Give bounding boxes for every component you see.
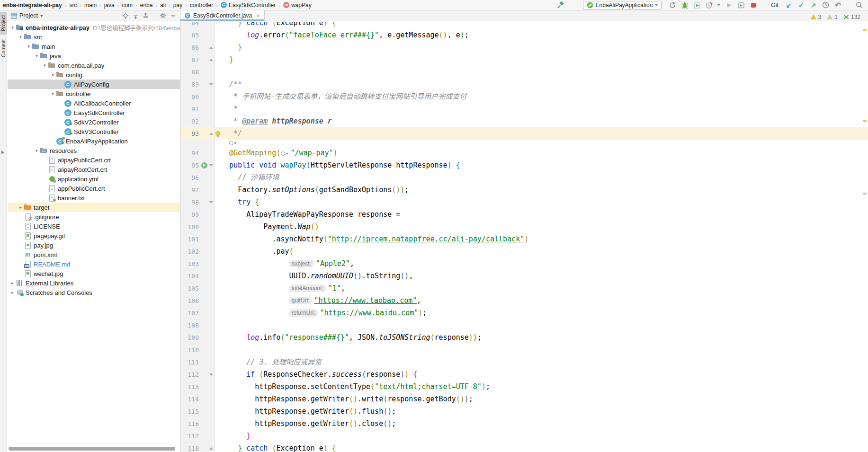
tree-chevron-icon[interactable]: ▾ bbox=[42, 63, 48, 68]
profiler-dropdown-icon[interactable] bbox=[717, 4, 720, 8]
scrollbar-warning-mark[interactable] bbox=[863, 120, 867, 122]
intention-bulb-icon[interactable] bbox=[215, 131, 220, 136]
run-coverage-icon[interactable] bbox=[693, 1, 701, 9]
fold-marker-icon[interactable] bbox=[209, 46, 213, 49]
code-text[interactable]: * bbox=[215, 103, 868, 115]
breadcrumb-item-controller[interactable]: controller bbox=[189, 2, 214, 9]
search-everywhere-icon[interactable] bbox=[855, 1, 863, 9]
tree-item-AliPayConfig[interactable]: CAliPayConfig bbox=[8, 80, 180, 89]
tree-item-External Libraries[interactable]: ▸External Libraries bbox=[8, 278, 180, 288]
code-text[interactable]: httpResponse.getWriter().write(response.… bbox=[215, 393, 868, 405]
tree-item-appPublicCert.crt[interactable]: appPublicCert.crt bbox=[8, 184, 180, 193]
code-text[interactable]: /** bbox=[215, 78, 868, 90]
code-text[interactable]: totalAmount:"1", bbox=[215, 282, 868, 294]
endpoint-run-gutter-icon[interactable] bbox=[201, 162, 207, 168]
tree-chevron-icon[interactable]: ▾ bbox=[18, 35, 24, 39]
breadcrumb-item-main[interactable]: main bbox=[83, 2, 98, 9]
run-config-select[interactable]: EnbaAliPayApplication bbox=[583, 1, 662, 9]
code-text[interactable]: * 手机网站-生成交易表单，渲染后自动跳转支付宝网站引导用户完成支付 bbox=[215, 90, 868, 103]
stripe-bookmark-icon[interactable] bbox=[1, 151, 4, 154]
tree-item-LICENSE[interactable]: LICENSE bbox=[8, 222, 180, 231]
breadcrumb-item-src[interactable]: src bbox=[68, 2, 78, 9]
code-text[interactable]: subject:"Apple2", bbox=[215, 257, 868, 270]
code-text[interactable]: UUID.randomUUID().toString(), bbox=[215, 270, 868, 282]
stripe-item-commit[interactable]: Commit bbox=[0, 36, 7, 61]
tree-item-pom.xml[interactable]: mpom.xml bbox=[8, 250, 180, 259]
breadcrumb-item-pay[interactable]: pay bbox=[172, 2, 183, 9]
tree-chevron-icon[interactable]: ▾ bbox=[9, 25, 16, 30]
breadcrumb-item-enba[interactable]: enba bbox=[139, 2, 154, 9]
tree-item-EnbaAliPayApplication[interactable]: CEnbaAliPayApplication bbox=[8, 136, 180, 146]
tree-item-com.enba.ali.pay[interactable]: ▾com.enba.ali.pay bbox=[8, 61, 180, 70]
code-text[interactable]: log.error("faceToFace err###{}", e.getMe… bbox=[215, 29, 868, 41]
code-text[interactable]: httpResponse.getWriter().flush(); bbox=[215, 405, 868, 417]
fold-marker-icon[interactable] bbox=[209, 83, 213, 86]
tree-item-src[interactable]: ▾src bbox=[8, 32, 180, 42]
code-text[interactable]: } bbox=[215, 430, 868, 442]
stripe-item-project[interactable]: Project bbox=[0, 12, 7, 35]
hide-panel-icon[interactable] bbox=[169, 12, 177, 19]
tree-chevron-icon[interactable]: ▸ bbox=[18, 205, 24, 210]
tree-item-SdkV2Controller[interactable]: CSdkV2Controller bbox=[8, 117, 180, 127]
code-text[interactable]: AlipayTradeWapPayResponse response = bbox=[215, 208, 868, 221]
project-title-chevron-icon[interactable] bbox=[40, 15, 43, 18]
tree-item-.gitignore[interactable]: .gitignore bbox=[8, 212, 180, 222]
code-text[interactable]: try { bbox=[215, 196, 868, 208]
code-text[interactable]: @GetMapping("/wap-pay") bbox=[215, 147, 868, 159]
build-hammer-icon[interactable] bbox=[556, 1, 564, 9]
code-text[interactable]: // 3. 处理响应或异常 bbox=[215, 356, 868, 368]
rerun-icon[interactable] bbox=[668, 1, 676, 9]
tree-item-pagepay.gif[interactable]: pagepay.gif bbox=[8, 231, 180, 240]
project-panel-title[interactable]: Project bbox=[19, 12, 38, 19]
tree-item-config[interactable]: ▾config bbox=[8, 70, 180, 80]
settings-gear-icon[interactable] bbox=[159, 12, 167, 19]
play-disabled-icon[interactable] bbox=[725, 1, 733, 9]
fold-marker-icon[interactable] bbox=[209, 447, 213, 450]
tree-chevron-icon[interactable]: ▾ bbox=[50, 91, 56, 96]
code-text[interactable]: public void wapPay(HttpServletResponse h… bbox=[215, 159, 868, 171]
close-tab-icon[interactable]: × bbox=[256, 12, 260, 19]
breadcrumb-item-java[interactable]: java bbox=[103, 2, 116, 9]
code-text[interactable]: httpResponse.getWriter().close(); bbox=[215, 417, 868, 430]
tree-chevron-icon[interactable]: ▸ bbox=[9, 290, 16, 295]
code-text[interactable]: * @param httpResponse r bbox=[215, 115, 868, 127]
breadcrumb-item-wapPay[interactable]: mwapPay bbox=[282, 2, 313, 9]
url-inlay-icon[interactable] bbox=[281, 151, 288, 156]
tree-chevron-icon[interactable]: ▾ bbox=[34, 148, 40, 153]
git-commit-icon[interactable]: ✓ bbox=[797, 1, 805, 9]
code-text[interactable] bbox=[215, 66, 868, 78]
git-update-icon[interactable]: ↙ bbox=[785, 1, 793, 9]
code-text[interactable]: } bbox=[215, 41, 868, 53]
tree-item-SdkV3Controller[interactable]: CSdkV3Controller bbox=[8, 127, 180, 136]
code-text[interactable]: returnUrl:"https://www.baidu.com"); bbox=[215, 307, 868, 319]
tree-item-Scratches and Consoles[interactable]: ▸Scratches and Consoles bbox=[8, 288, 180, 297]
code-text[interactable]: } bbox=[215, 53, 868, 66]
tree-chevron-icon[interactable]: ▸ bbox=[9, 281, 16, 285]
tree-item-main[interactable]: ▾main bbox=[8, 42, 180, 51]
tree-item-application.yml[interactable]: application.yml bbox=[8, 174, 180, 184]
code-text[interactable]: .pay( bbox=[215, 245, 868, 257]
breadcrumb-item-EasySdkController[interactable]: CEasySdkController bbox=[220, 2, 277, 9]
tree-item-resources[interactable]: ▾resources bbox=[8, 146, 180, 155]
scrollbar-warning-mark[interactable] bbox=[863, 29, 867, 31]
project-horizontal-scrollbar[interactable] bbox=[9, 447, 175, 451]
breadcrumb-item-enba-integrate-ali-pay[interactable]: enba-integrate-ali-pay bbox=[2, 2, 63, 9]
code-text[interactable]: .asyncNotify("http://iprcem.natappfree.c… bbox=[215, 233, 868, 245]
tree-item-alipayRootCert.crt[interactable]: alipayRootCert.crt bbox=[8, 165, 180, 174]
stop-icon[interactable] bbox=[749, 1, 757, 9]
fold-marker-icon[interactable] bbox=[209, 164, 213, 167]
code-text[interactable] bbox=[215, 344, 868, 356]
code-text[interactable]: } catch (Exception e) { bbox=[215, 22, 868, 29]
tree-item-EasySdkController[interactable]: CEasySdkController bbox=[8, 108, 180, 117]
git-history-icon[interactable] bbox=[822, 1, 830, 9]
tree-item-wechat.jpg[interactable]: wechat.jpg bbox=[8, 269, 180, 278]
inspections-widget[interactable]: 3 1 132 bbox=[807, 14, 860, 20]
fold-marker-icon[interactable] bbox=[209, 133, 213, 135]
git-push-icon[interactable]: ↗ bbox=[809, 1, 817, 9]
code-text[interactable]: Payment.Wap() bbox=[215, 221, 868, 233]
tree-item-target[interactable]: ▸target bbox=[8, 203, 180, 212]
tab-easysdkcontroller[interactable]: C EasySdkController.java × bbox=[180, 10, 265, 21]
code-text[interactable]: // 沙箱环境 bbox=[215, 171, 868, 184]
debug-icon[interactable] bbox=[680, 1, 689, 9]
code-text[interactable]: log.info("response###{}", JSON.toJSONStr… bbox=[215, 331, 868, 344]
